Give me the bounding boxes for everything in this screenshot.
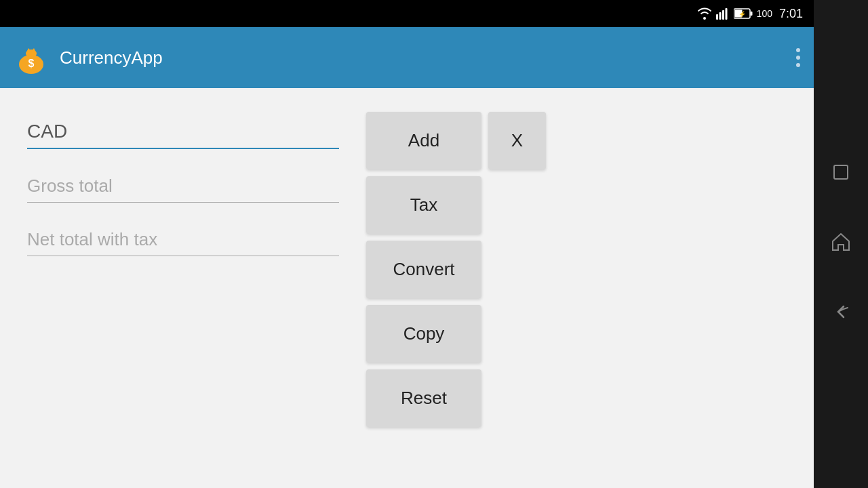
svg-rect-12 — [834, 165, 848, 179]
back-button[interactable] — [829, 300, 853, 329]
net-total-input[interactable] — [27, 223, 339, 256]
cad-input[interactable] — [27, 115, 339, 149]
svg-rect-0 — [716, 14, 718, 20]
status-icons: ⚡ 100 7:01 — [697, 7, 803, 21]
svg-text:⚡: ⚡ — [738, 10, 747, 18]
add-button[interactable]: Add — [366, 112, 481, 169]
android-nav — [814, 0, 868, 488]
tax-button[interactable]: Tax — [366, 176, 481, 234]
convert-row: Convert — [366, 241, 546, 298]
signal-icon — [716, 7, 730, 20]
app-title: CurrencyApp — [60, 47, 163, 68]
battery-percent: 100 — [757, 8, 772, 19]
back-icon — [829, 300, 853, 324]
convert-button[interactable]: Convert — [366, 241, 481, 298]
copy-button[interactable]: Copy — [366, 305, 481, 363]
svg-rect-1 — [719, 12, 721, 20]
tax-row: Tax — [366, 176, 546, 234]
wifi-icon — [697, 7, 712, 20]
app-bar-left: $ CurrencyApp — [14, 40, 163, 75]
left-panel — [27, 108, 339, 468]
recent-apps-icon — [829, 160, 853, 184]
recent-apps-button[interactable] — [829, 160, 853, 189]
time-display: 7:01 — [779, 7, 803, 21]
right-panel: Add X Tax Convert Copy Reset — [366, 108, 546, 468]
status-bar: ⚡ 100 7:01 — [0, 0, 814, 27]
main-content: Add X Tax Convert Copy Reset — [0, 88, 814, 488]
cad-field-container — [27, 115, 339, 149]
add-clear-row: Add X — [366, 112, 546, 169]
reset-row: Reset — [366, 369, 546, 427]
app-logo: $ — [14, 40, 49, 75]
clear-button[interactable]: X — [488, 112, 546, 169]
net-total-field-container — [27, 223, 339, 256]
svg-rect-2 — [722, 10, 724, 20]
reset-button[interactable]: Reset — [366, 369, 481, 427]
svg-rect-5 — [750, 12, 752, 16]
gross-total-input[interactable] — [27, 169, 339, 203]
copy-row: Copy — [366, 305, 546, 363]
app-bar: $ CurrencyApp — [0, 27, 814, 88]
battery-icon: ⚡ — [734, 8, 753, 19]
home-button[interactable] — [829, 230, 853, 259]
svg-rect-3 — [725, 8, 727, 20]
more-options-button[interactable] — [796, 48, 800, 67]
svg-text:$: $ — [28, 58, 35, 69]
gross-total-field-container — [27, 169, 339, 203]
home-icon — [829, 230, 853, 254]
